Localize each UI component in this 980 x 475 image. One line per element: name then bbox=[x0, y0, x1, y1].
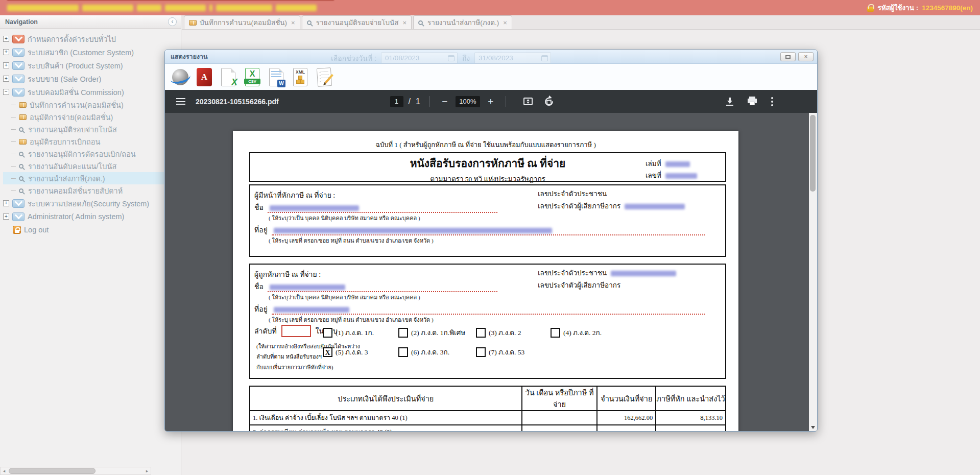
tab-bonus-round-report[interactable]: รายงานอนุมัติรอบจ่ายโบนัส × bbox=[302, 15, 412, 29]
scrollbar-thumb[interactable] bbox=[810, 115, 816, 192]
sidebar-group-general-settings[interactable]: + กำหนดการตั้งค่าระบบทั่วไป bbox=[3, 32, 181, 45]
company-title-redacted bbox=[7, 5, 317, 11]
table-row: 2. ค่าธรรมเนียม ค่านายหน้า ฯลฯ ตามมาตรา … bbox=[250, 425, 726, 431]
sidebar-item-withdraw-cut-report[interactable]: รายงานอนุมัติการตัดรอบเบิก/ถอน bbox=[3, 148, 164, 160]
expand-icon[interactable]: + bbox=[3, 49, 9, 55]
close-button[interactable]: × bbox=[798, 52, 814, 61]
sidebar-group-security[interactable]: + ระบบความปลอดภัย(Security System) bbox=[3, 197, 181, 210]
export-xml-icon[interactable]: XML bbox=[290, 66, 310, 88]
menu-icon[interactable] bbox=[176, 98, 185, 105]
table-row: 1. เงินเดือน ค่าจ้าง เบี้ยเลี้ยง โบนัส ฯ… bbox=[250, 411, 726, 425]
payee-section-label: ผู้ถูกหักภาษี ณ ที่จ่าย : bbox=[254, 269, 321, 280]
sidebar-item-commission-pay-approve[interactable]: อนุมัติการจ่าย(คอมมิสชั่น) bbox=[3, 111, 164, 123]
print-icon[interactable] bbox=[748, 99, 757, 106]
payee-name-label: ชื่อ bbox=[254, 281, 264, 292]
user-code-value: 1234567890(en) bbox=[922, 4, 973, 12]
sidebar-collapse-button[interactable]: ‹ bbox=[168, 17, 177, 26]
tabbar: บันทึกการคำนวน(คอมมิสชั่น) × รายงานอนุมั… bbox=[182, 15, 980, 30]
pdf-content-area: ฉบับที่ 1 ( สำหรับผู้ถูกหักภาษี ณ ที่จ่า… bbox=[165, 113, 817, 431]
form-type-checkboxes: (1) ภ.ง.ด. 1ก. (2) ภ.ง.ด. 1ก.พิเศษ (3) ภ… bbox=[323, 327, 648, 358]
more-options-icon[interactable] bbox=[771, 97, 773, 106]
scroll-down-button[interactable] bbox=[809, 423, 817, 431]
sidebar-item-logout[interactable]: Log out bbox=[3, 223, 181, 236]
tab-close-icon[interactable]: × bbox=[291, 19, 295, 27]
folder-icon bbox=[12, 75, 25, 83]
scroll-right-button[interactable]: ▸ bbox=[144, 467, 151, 474]
expand-icon[interactable]: + bbox=[3, 213, 9, 220]
tab-close-icon[interactable]: × bbox=[503, 19, 507, 27]
income-table: ประเภทเงินได้พึงประเมินที่จ่าย วัน เดือน… bbox=[249, 386, 726, 431]
export-pdf-icon[interactable]: A bbox=[194, 66, 214, 88]
scrollbar-thumb[interactable] bbox=[9, 468, 95, 474]
pdf-toolbar: 20230821-105156266.pdf 1 / 1 − 100% + bbox=[165, 90, 817, 113]
doc-no-label: เลขที่ bbox=[646, 172, 661, 179]
tab-close-icon[interactable]: × bbox=[402, 19, 407, 27]
folder-icon bbox=[12, 199, 25, 208]
folder-icon bbox=[12, 212, 25, 221]
folder-icon bbox=[12, 61, 25, 70]
zoom-level[interactable]: 100% bbox=[456, 96, 480, 107]
export-html-icon[interactable] bbox=[170, 66, 190, 88]
sidebar-group-sale-order[interactable]: + ระบบขาย (Sale Order) bbox=[3, 72, 181, 85]
expand-icon[interactable]: + bbox=[3, 36, 9, 42]
payee-address-label: ที่อยู่ bbox=[254, 303, 268, 315]
expand-icon[interactable]: + bbox=[3, 200, 9, 206]
maximize-button[interactable] bbox=[780, 52, 796, 61]
scroll-left-button[interactable]: ◂ bbox=[1, 467, 8, 474]
checkbox-icon bbox=[398, 347, 408, 357]
payer-name-redacted bbox=[270, 205, 359, 211]
payee-address-field bbox=[272, 305, 705, 315]
fit-page-icon[interactable] bbox=[523, 98, 533, 105]
sidebar-item-bonus-round-report[interactable]: รายงานอนุมัติรอบจ่ายโบนัส bbox=[3, 123, 164, 135]
sidebar-group-commission[interactable]: − ระบบคอมมิสชั่น Commission) bbox=[3, 85, 181, 99]
sidebar-item-withdraw-round-approve[interactable]: อนุมัติรอบการเบิกถอน bbox=[3, 135, 164, 148]
checkbox-pnd-3-checked: X(5) ภ.ง.ด. 3 bbox=[323, 346, 398, 358]
export-word-icon[interactable]: W bbox=[266, 66, 286, 88]
expand-icon[interactable]: + bbox=[3, 76, 9, 82]
sidebar-item-tax-report[interactable]: รายงานนำส่งภาษี(ภงด.) bbox=[3, 172, 164, 184]
navigation-sidebar: Navigation ‹ + กำหนดการตั้งค่าระบบทั่วไป… bbox=[0, 15, 181, 475]
search-icon bbox=[418, 20, 423, 25]
sidebar-group-product[interactable]: + ระบบสินค้า (Product System) bbox=[3, 59, 181, 72]
payee-citizen-id-redacted bbox=[611, 271, 676, 276]
sidebar-group-admin[interactable]: + Administrator( Admin system) bbox=[3, 210, 181, 223]
collapse-icon[interactable]: − bbox=[3, 89, 9, 95]
checkbox-pnd-3k: (6) ภ.ง.ด. 3ก. bbox=[398, 346, 476, 358]
download-icon[interactable] bbox=[726, 98, 733, 106]
payer-address-redacted bbox=[274, 228, 552, 233]
navigation-tree: + กำหนดการตั้งค่าระบบทั่วไป + ระบบสมาชิก… bbox=[0, 29, 181, 236]
folder-icon bbox=[12, 48, 25, 57]
user-info: รหัสผู้ใช้งาน : 1234567890(en) bbox=[867, 2, 973, 13]
rotate-icon[interactable] bbox=[543, 96, 555, 107]
folder-icon bbox=[12, 88, 25, 97]
zoom-out-button[interactable]: − bbox=[439, 96, 450, 107]
export-excel-icon[interactable]: X bbox=[218, 66, 238, 88]
sidebar-item-weekly-commission-report[interactable]: รายงานคอมมิสชั่นรายสัปดาห์ bbox=[3, 184, 164, 197]
tab-commission-calc[interactable]: บันทึกการคำนวน(คอมมิสชั่น) × bbox=[184, 15, 300, 29]
sidebar-horizontal-scrollbar[interactable]: ◂ ▸ bbox=[0, 467, 151, 475]
payer-name-note: ( ให้ระบุว่าเป็น บุคคล นิติบุคคล บริษัท … bbox=[269, 213, 721, 223]
tab-tax-report[interactable]: รายงานนำส่งภาษี(ภงด.) × bbox=[413, 15, 512, 29]
payee-section: ผู้ถูกหักภาษี ณ ที่จ่าย : เลขประจำตัวประ… bbox=[249, 264, 726, 379]
export-edit-icon[interactable] bbox=[314, 66, 334, 88]
payer-section: ผู้มีหน้าที่หักภาษี ณ ที่จ่าย : เลขประจำ… bbox=[249, 184, 726, 257]
checkbox-pnd-1k: (1) ภ.ง.ด. 1ก. bbox=[323, 327, 398, 338]
checkbox-icon bbox=[476, 347, 486, 357]
doc-no-redacted bbox=[665, 173, 697, 179]
zoom-in-button[interactable]: + bbox=[485, 96, 496, 107]
export-csv-icon[interactable]: XCSV bbox=[242, 66, 262, 88]
expand-icon[interactable]: + bbox=[3, 62, 9, 68]
sidebar-item-rank-bonus-report[interactable]: รายงานอันดับคะแนน/โบนัส bbox=[3, 160, 164, 172]
payer-citizen-id-label: เลขประจำตัวประชาชน bbox=[538, 188, 607, 199]
sidebar-item-commission-calc[interactable]: บันทึกการคำนวน(คอมมิสชั่น) bbox=[3, 99, 164, 111]
page-number-input[interactable]: 1 bbox=[390, 96, 403, 107]
payer-address-note: ( ให้ระบุ เลขที่ ตรอก/ซอย หมู่ที่ ถนน ตำ… bbox=[269, 235, 721, 246]
checkbox-icon bbox=[323, 328, 332, 338]
book-icon bbox=[19, 114, 27, 120]
checkbox-pnd-2k: (4) ภ.ง.ด. 2ก. bbox=[551, 327, 648, 338]
pdf-filename: 20230821-105156266.pdf bbox=[196, 98, 279, 106]
payer-address-field bbox=[272, 226, 705, 235]
pdf-vertical-scrollbar[interactable] bbox=[809, 113, 817, 431]
checked-checkbox-icon: X bbox=[323, 347, 332, 357]
sidebar-group-customer[interactable]: + ระบบสมาชิก (Customer System) bbox=[3, 45, 181, 59]
